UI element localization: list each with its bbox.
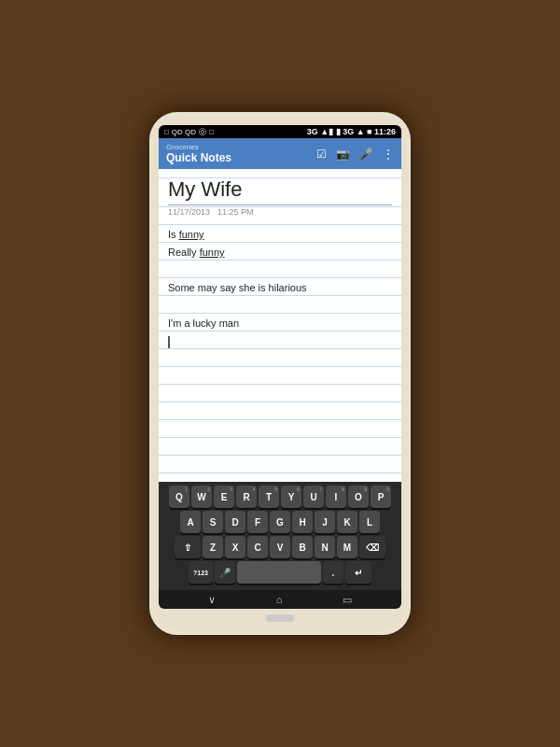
note-time: 11:25 PM [217,207,254,217]
key-n[interactable]: N [315,536,335,558]
key-space[interactable] [237,561,321,584]
phone-frame: □ QD QD ⓪ □ 3G ▲▮ ▮ 3G ▲ ■ 11:26 Groceri… [149,112,411,635]
check-icon[interactable]: ☑ [316,148,327,161]
keyboard-row-1: Q1 W2 E3 R4 T5 Y6 U7 I8 O9 P0 [161,486,399,508]
key-r[interactable]: R4 [236,486,257,508]
app-toolbar: Groceries Quick Notes ☑ 📷 🎤 ⋮ [159,138,401,169]
key-symbols[interactable]: ?123 [189,561,213,584]
key-l[interactable]: L [359,511,380,533]
note-content-area[interactable]: My Wife 11/17/2013 11:25 PM Is funny Rea… [159,169,401,482]
keyboard-row-4: ?123 🎤 . ↵ [161,561,399,584]
time-display: 3G ▲ ■ 11:26 [343,127,396,136]
mic-icon[interactable]: 🎤 [359,148,373,161]
key-h[interactable]: H [292,511,313,533]
more-status-icon: □ [209,128,214,136]
camera-icon[interactable]: 📷 [336,148,350,161]
text-cursor [168,336,170,348]
note-body: Is funny Really funny Some may say she i… [168,226,392,350]
signal-icon: ▲▮ [320,127,333,136]
key-u[interactable]: U7 [303,486,324,508]
phone-home-button[interactable] [266,614,294,622]
more-options-icon[interactable]: ⋮ [383,148,394,161]
key-v[interactable]: V [270,536,290,558]
note-date: 11/17/2013 [168,207,210,217]
key-j[interactable]: J [315,511,335,533]
battery-icon: ▮ [336,127,341,136]
nav-back-icon[interactable]: ∨ [208,594,216,606]
motorola-icon: ⓪ [199,127,206,137]
key-p[interactable]: P0 [371,486,391,508]
key-enter[interactable]: ↵ [345,561,371,584]
key-o[interactable]: O9 [348,486,369,508]
key-a[interactable]: A [180,511,201,533]
status-right: 3G ▲▮ ▮ 3G ▲ ■ 11:26 [307,127,396,136]
network-indicator: 3G [307,127,321,136]
key-y[interactable]: Y6 [281,486,301,508]
keyboard: Q1 W2 E3 R4 T5 Y6 U7 I8 O9 P0 A S D F G … [159,482,401,590]
phone-screen: □ QD QD ⓪ □ 3G ▲▮ ▮ 3G ▲ ■ 11:26 Groceri… [159,125,401,609]
key-e[interactable]: E3 [214,486,234,508]
status-bar: □ QD QD ⓪ □ 3G ▲▮ ▮ 3G ▲ ■ 11:26 [159,125,401,138]
toolbar-subtitle: Groceries [166,143,231,151]
keyboard-row-3: ⇧ Z X C V B N M ⌫ [161,536,399,558]
toolbar-title-group: Groceries Quick Notes [166,143,231,164]
key-m[interactable]: M [337,536,357,558]
key-q[interactable]: Q1 [169,486,189,508]
key-t[interactable]: T5 [259,486,279,508]
key-mic[interactable]: 🎤 [215,561,235,584]
note-meta: 11/17/2013 11:25 PM [168,207,392,217]
underline-funny-1: funny [179,229,204,240]
status-left-icons: □ QD QD ⓪ □ [164,127,214,137]
key-f[interactable]: F [247,511,268,533]
note-line-5 [168,297,392,315]
note-line-4: Some may say she is hilarious [168,279,392,297]
key-w[interactable]: W2 [191,486,212,508]
phone-status-icon: □ [164,128,169,136]
note-line-1: Is funny [168,226,392,244]
note-line-2: Really funny [168,244,392,261]
key-g[interactable]: G [270,511,290,533]
toolbar-main-title: Quick Notes [166,151,231,164]
key-period[interactable]: . [323,561,343,584]
nav-home-icon[interactable]: ⌂ [276,594,283,605]
toolbar-icons: ☑ 📷 🎤 ⋮ [316,148,394,161]
nav-bar: ∨ ⌂ ▭ [159,590,401,609]
nav-recent-icon[interactable]: ▭ [343,594,352,606]
key-s[interactable]: S [203,511,223,533]
key-c[interactable]: C [247,536,268,558]
key-b[interactable]: B [292,536,313,558]
key-shift[interactable]: ⇧ [175,536,201,558]
note-line-3 [168,261,392,279]
note-title: My Wife [168,176,392,205]
underline-funny-2: funny [200,247,225,258]
key-z[interactable]: Z [203,536,223,558]
note-line-6: I'm a lucky man [168,315,392,332]
key-x[interactable]: X [225,536,245,558]
key-i[interactable]: I8 [326,486,346,508]
key-backspace[interactable]: ⌫ [359,536,385,558]
keyboard-row-2: A S D F G H J K L [161,511,399,533]
key-k[interactable]: K [337,511,357,533]
key-d[interactable]: D [225,511,245,533]
notification-icons: QD QD [172,128,196,136]
note-line-7 [168,332,392,350]
